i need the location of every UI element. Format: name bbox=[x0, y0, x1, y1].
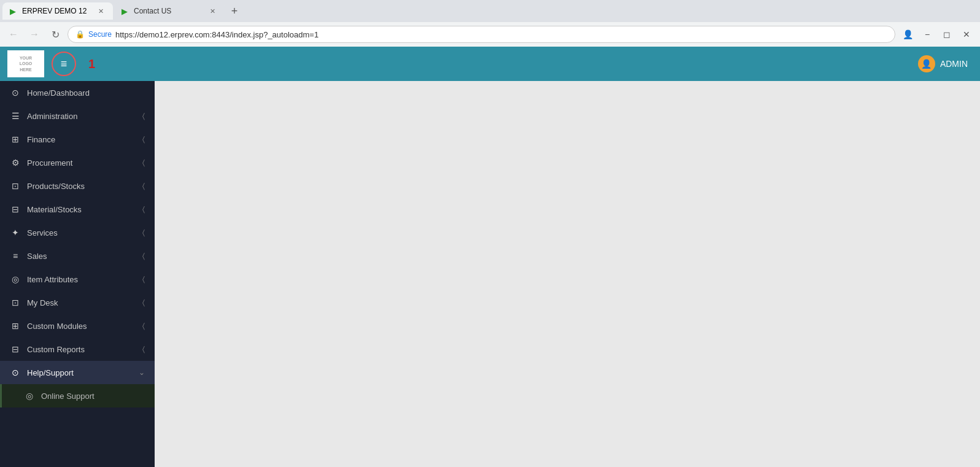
sidebar-label-custom-reports: Custom Reports bbox=[27, 345, 136, 354]
sidebar-label-sales: Sales bbox=[27, 252, 136, 261]
procurement-icon: ⚙ bbox=[10, 157, 21, 168]
annotation-label-1: 1 bbox=[88, 57, 95, 71]
tab-bar: ▶ ERPREV DEMO 12 ✕ ▶ Contact US ✕ + bbox=[0, 0, 980, 22]
sidebar-item-material-stocks[interactable]: ⊟ Material/Stocks 〈 bbox=[0, 198, 155, 221]
sidebar-label-products-stocks: Products/Stocks bbox=[27, 182, 136, 191]
profile-button[interactable]: 👤 bbox=[899, 26, 916, 43]
sidebar-label-procurement: Procurement bbox=[27, 158, 136, 168]
custom-reports-arrow: 〈 bbox=[142, 345, 145, 353]
tab-close-2[interactable]: ✕ bbox=[207, 6, 217, 16]
sidebar-item-custom-reports[interactable]: ⊟ Custom Reports 〈 ← 2 bbox=[0, 338, 155, 361]
app-header: YOUR LOGO HERE ≡ 1 👤 ADMIN bbox=[0, 47, 980, 81]
main-content bbox=[155, 81, 980, 467]
custom-reports-icon: ⊟ bbox=[10, 344, 21, 355]
help-support-arrow: ⌄ bbox=[139, 368, 145, 377]
sidebar-item-products-stocks[interactable]: ⊡ Products/Stocks 〈 bbox=[0, 174, 155, 198]
sidebar-item-home[interactable]: ⊙ Home/Dashboard bbox=[0, 81, 155, 104]
sidebar-item-custom-modules[interactable]: ⊞ Custom Modules 〈 bbox=[0, 314, 155, 338]
browser-chrome: ▶ ERPREV DEMO 12 ✕ ▶ Contact US ✕ + ← → … bbox=[0, 0, 980, 47]
home-icon: ⊙ bbox=[10, 87, 21, 98]
sidebar-label-my-desk: My Desk bbox=[27, 298, 136, 307]
administration-arrow: 〈 bbox=[142, 112, 145, 120]
hamburger-icon: ≡ bbox=[61, 58, 68, 71]
sidebar-label-finance: Finance bbox=[27, 135, 136, 144]
products-stocks-arrow: 〈 bbox=[142, 182, 145, 190]
url-bar[interactable]: 🔒 Secure https://demo12.erprev.com:8443/… bbox=[68, 26, 895, 43]
online-support-icon: ◎ bbox=[24, 390, 35, 401]
sales-icon: ≡ bbox=[10, 250, 21, 261]
sales-arrow: 〈 bbox=[142, 252, 145, 260]
restore-button[interactable]: ◻ bbox=[938, 26, 955, 43]
sidebar-item-services[interactable]: ✦ Services 〈 bbox=[0, 221, 155, 244]
minimize-button[interactable]: − bbox=[919, 26, 936, 43]
user-name: ADMIN bbox=[940, 59, 968, 69]
avatar: 👤 bbox=[918, 55, 935, 72]
services-icon: ✦ bbox=[10, 227, 21, 238]
logo-text: YOUR LOGO HERE bbox=[20, 55, 33, 72]
address-bar: ← → ↻ 🔒 Secure https://demo12.erprev.com… bbox=[0, 22, 980, 47]
lock-icon: 🔒 bbox=[75, 30, 85, 39]
finance-icon: ⊞ bbox=[10, 134, 21, 145]
sidebar-item-administration[interactable]: ☰ Administration 〈 bbox=[0, 104, 155, 128]
sidebar-item-finance[interactable]: ⊞ Finance 〈 bbox=[0, 128, 155, 151]
help-support-icon: ⊙ bbox=[10, 367, 21, 378]
sidebar-item-online-support[interactable]: ◎ Online Support ← 3 bbox=[0, 384, 155, 407]
finance-arrow: 〈 bbox=[142, 135, 145, 144]
browser-actions: 👤 − ◻ ✕ bbox=[899, 26, 975, 43]
sidebar-label-material-stocks: Material/Stocks bbox=[27, 205, 136, 214]
sidebar-item-item-attributes[interactable]: ◎ Item Attributes 〈 bbox=[0, 268, 155, 291]
sidebar-label-help-support: Help/Support bbox=[27, 368, 133, 377]
app-wrapper: YOUR LOGO HERE ≡ 1 👤 ADMIN ⊙ Home/Dashbo… bbox=[0, 47, 980, 467]
sidebar-label-services: Services bbox=[27, 228, 136, 237]
back-button[interactable]: ← bbox=[5, 26, 22, 43]
tab-favicon-2: ▶ bbox=[122, 7, 130, 15]
custom-modules-arrow: 〈 bbox=[142, 322, 145, 330]
services-arrow: 〈 bbox=[142, 228, 145, 237]
sidebar-label-online-support: Online Support bbox=[41, 392, 145, 401]
tab-close-1[interactable]: ✕ bbox=[96, 6, 106, 16]
material-stocks-icon: ⊟ bbox=[10, 204, 21, 215]
logo: YOUR LOGO HERE bbox=[7, 50, 44, 77]
item-attributes-arrow: 〈 bbox=[142, 275, 145, 284]
material-stocks-arrow: 〈 bbox=[142, 205, 145, 214]
sidebar-label-home: Home/Dashboard bbox=[27, 88, 145, 98]
refresh-button[interactable]: ↻ bbox=[47, 26, 64, 43]
forward-button[interactable]: → bbox=[26, 26, 43, 43]
app-body: ⊙ Home/Dashboard ☰ Administration 〈 ⊞ Fi… bbox=[0, 81, 980, 467]
my-desk-icon: ⊡ bbox=[10, 297, 21, 308]
procurement-arrow: 〈 bbox=[142, 158, 145, 167]
my-desk-arrow: 〈 bbox=[142, 298, 145, 307]
administration-icon: ☰ bbox=[10, 110, 21, 122]
close-button[interactable]: ✕ bbox=[958, 26, 975, 43]
products-stocks-icon: ⊡ bbox=[10, 180, 21, 191]
menu-toggle-button[interactable]: ≡ bbox=[52, 52, 76, 76]
secure-label: Secure bbox=[88, 30, 112, 39]
tab-favicon-1: ▶ bbox=[10, 7, 18, 15]
item-attributes-icon: ◎ bbox=[10, 274, 21, 285]
tab-title-2: Contact US bbox=[134, 7, 171, 15]
user-area: 👤 ADMIN bbox=[918, 55, 968, 72]
sidebar: ⊙ Home/Dashboard ☰ Administration 〈 ⊞ Fi… bbox=[0, 81, 155, 467]
tab-title-1: ERPREV DEMO 12 bbox=[22, 7, 87, 15]
url-text: https://demo12.erprev.com:8443/index.jsp… bbox=[115, 30, 318, 39]
sidebar-label-administration: Administration bbox=[27, 112, 136, 121]
sidebar-label-item-attributes: Item Attributes bbox=[27, 275, 136, 284]
sidebar-item-help-support[interactable]: ⊙ Help/Support ⌄ bbox=[0, 361, 155, 384]
new-tab-button[interactable]: + bbox=[226, 2, 243, 20]
tab-contact[interactable]: ▶ Contact US ✕ bbox=[114, 2, 225, 20]
sidebar-label-custom-modules: Custom Modules bbox=[27, 322, 136, 331]
sidebar-item-sales[interactable]: ≡ Sales 〈 bbox=[0, 244, 155, 268]
sidebar-item-procurement[interactable]: ⚙ Procurement 〈 bbox=[0, 151, 155, 174]
custom-modules-icon: ⊞ bbox=[10, 320, 21, 331]
tab-erprev[interactable]: ▶ ERPREV DEMO 12 ✕ bbox=[2, 2, 113, 20]
sidebar-item-my-desk[interactable]: ⊡ My Desk 〈 bbox=[0, 291, 155, 314]
